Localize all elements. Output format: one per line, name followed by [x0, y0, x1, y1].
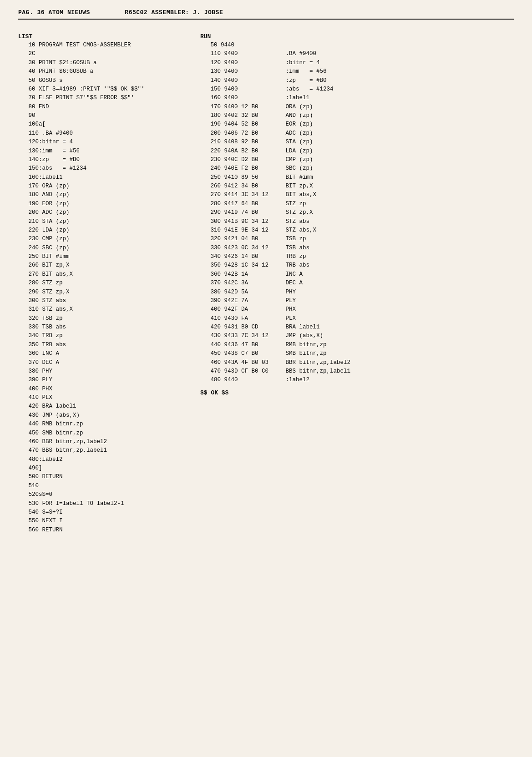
list-item: 50 GOSUB s — [18, 76, 187, 85]
ok-result: $$ OK $$ — [200, 389, 514, 396]
run-item: 110 9400 .BA #9400 — [200, 50, 514, 58]
run-item: 160 9400 :label1 — [200, 94, 514, 102]
list-column: LIST 10 PROGRAM TEST CMOS-ASSEMBLER 2C 3… — [18, 33, 187, 535]
list-item: 2C — [18, 50, 187, 58]
run-item: 400 942F DA PHX — [200, 305, 514, 314]
list-item: 410 PLX — [18, 394, 187, 402]
list-item: 530 FOR I=label1 TO label2-1 — [18, 500, 187, 508]
list-item: 70 ELSE PRINT $7'"$$ ERROR $$"' — [18, 94, 187, 102]
run-item: 140 9400 :zp = #B0 — [200, 76, 514, 85]
main-content: LIST 10 PROGRAM TEST CMOS-ASSEMBLER 2C 3… — [18, 33, 514, 535]
list-item: 190 EOR (zp) — [18, 200, 187, 208]
list-item: 120:bitnr = 4 — [18, 138, 187, 146]
run-item: 210 9408 92 B0 STA (zp) — [200, 138, 514, 146]
list-item: 340 TRB zp — [18, 332, 187, 340]
run-item: 120 9400 :bitnr = 4 — [200, 59, 514, 67]
run-item: 170 9400 12 B0 ORA (zp) — [200, 103, 514, 111]
list-item: 390 PLY — [18, 376, 187, 384]
list-item: 480:label2 — [18, 455, 187, 464]
list-item: 420 BRA label1 — [18, 402, 187, 411]
run-item: 470 943D CF B0 C0 BBS bitnr,zp,label1 — [200, 367, 514, 376]
list-item: 290 STZ zp,X — [18, 288, 187, 297]
list-item: 140:zp = #B0 — [18, 156, 187, 164]
list-item: 170 ORA (zp) — [18, 182, 187, 191]
run-item: 290 9419 74 B0 STZ zp,X — [200, 208, 514, 217]
list-item: 380 PHY — [18, 367, 187, 376]
list-item: 130:imm = #56 — [18, 147, 187, 156]
list-item: 440 RMB bitnr,zp — [18, 420, 187, 429]
list-code-block: 10 PROGRAM TEST CMOS-ASSEMBLER 2C 30 PRI… — [18, 41, 187, 535]
run-item: 230 940C D2 B0 CMP (zp) — [200, 156, 514, 164]
list-item: 500 RETURN — [18, 473, 187, 481]
run-item: 360 942B 1A INC A — [200, 270, 514, 279]
list-item: 220 LDA (zp) — [18, 226, 187, 235]
list-item: 450 SMB bitnr,zp — [18, 429, 187, 438]
run-item: 310 941E 9E 34 12 STZ abs,X — [200, 226, 514, 235]
ok-status: $$ OK $$ — [200, 389, 514, 396]
run-item: 150 9400 :abs = #1234 — [200, 85, 514, 94]
run-item: 250 9410 89 56 BIT #imm — [200, 173, 514, 182]
list-item: 80 END — [18, 103, 187, 111]
list-item: 230 CMP (zp) — [18, 235, 187, 243]
run-item: 350 9428 1C 34 12 TRB abs — [200, 261, 514, 270]
run-column: RUN 50 9440 110 9400 .BA #9400 120 9400 … — [187, 33, 514, 535]
list-item: 240 SBC (zp) — [18, 244, 187, 252]
run-item: 390 942E 7A PLY — [200, 297, 514, 305]
run-item: 370 942C 3A DEC A — [200, 279, 514, 288]
run-item: 330 9423 0C 34 12 TSB abs — [200, 244, 514, 252]
run-item: 380 942D 5A PHY — [200, 288, 514, 297]
run-item: 190 9404 52 B0 EOR (zp) — [200, 120, 514, 129]
list-item: 430 JMP (abs,X) — [18, 411, 187, 420]
run-item: 420 9431 B0 CD BRA label1 — [200, 323, 514, 332]
list-item: 460 BBR bitnr,zp,label2 — [18, 438, 187, 446]
list-item: 110 .BA #9400 — [18, 129, 187, 138]
run-item: 300 941B 9C 34 12 STZ abs — [200, 217, 514, 226]
run-title: RUN — [200, 33, 514, 40]
list-item: 540 S=S+?I — [18, 508, 187, 517]
run-item: 430 9433 7C 34 12 JMP (abs,X) — [200, 332, 514, 340]
run-item: 180 9402 32 B0 AND (zp) — [200, 111, 514, 120]
run-item: 130 9400 :imm = #56 — [200, 67, 514, 76]
run-item: 480 9440 :label2 — [200, 376, 514, 384]
list-item: 550 NEXT I — [18, 517, 187, 525]
list-item: 280 STZ zp — [18, 279, 187, 288]
list-title: LIST — [18, 33, 187, 40]
page-header: PAG. 36 ATOM NIEUWS R65C02 ASSEMBLER: J.… — [18, 9, 514, 20]
list-item: 150:abs = #1234 — [18, 164, 187, 173]
list-item: 160:label1 — [18, 173, 187, 182]
run-item: 220 940A B2 B0 LDA (zp) — [200, 147, 514, 156]
run-item: 460 943A 4F B0 03 BBR bitnr,zp,label2 — [200, 358, 514, 367]
list-item: 90 — [18, 111, 187, 120]
header-left: PAG. 36 ATOM NIEUWS — [18, 9, 90, 16]
run-code-block: 50 9440 110 9400 .BA #9400 120 9400 :bit… — [200, 41, 514, 385]
list-item: 360 INC A — [18, 349, 187, 358]
list-item: 60 XIF S=#1989 :PRINT '"$$ OK $$"' — [18, 85, 187, 94]
run-item: 270 9414 3C 34 12 BIT abs,X — [200, 191, 514, 199]
list-item: 200 ADC (zp) — [18, 208, 187, 217]
list-item: 30 PRINT $21:GOSUB a — [18, 59, 187, 67]
list-item: 300 STZ abs — [18, 297, 187, 305]
list-item: 180 AND (zp) — [18, 191, 187, 199]
run-item: 240 940E F2 B0 SBC (zp) — [200, 164, 514, 173]
list-item: 40 PRINT $6:GOSUB a — [18, 67, 187, 76]
list-item: 520s$=0 — [18, 490, 187, 499]
list-item: 270 BIT abs,X — [18, 270, 187, 279]
list-item: 320 TSB zp — [18, 314, 187, 323]
list-item: 490] — [18, 464, 187, 473]
list-item: 100a[ — [18, 120, 187, 129]
list-item: 370 DEC A — [18, 358, 187, 367]
run-item: 410 9430 FA PLX — [200, 314, 514, 323]
run-item: 320 9421 04 B0 TSB zp — [200, 235, 514, 243]
run-item: 340 9426 14 B0 TRB zp — [200, 252, 514, 261]
list-item: 10 PROGRAM TEST CMOS-ASSEMBLER — [18, 41, 187, 50]
list-item: 310 STZ abs,X — [18, 305, 187, 314]
run-item: 200 9406 72 B0 ADC (zp) — [200, 129, 514, 138]
list-item: 250 BIT #imm — [18, 252, 187, 261]
run-item: 450 9438 C7 B0 SMB bitnr,zp — [200, 349, 514, 358]
list-item: 330 TSB abs — [18, 323, 187, 332]
run-item: 260 9412 34 B0 BIT zp,X — [200, 182, 514, 191]
list-item: 470 BBS bitnr,zp,label1 — [18, 446, 187, 455]
run-item: 50 9440 — [200, 41, 514, 50]
header-right: R65C02 ASSEMBLER: J. JOBSE — [125, 9, 223, 16]
list-item: 510 — [18, 482, 187, 490]
